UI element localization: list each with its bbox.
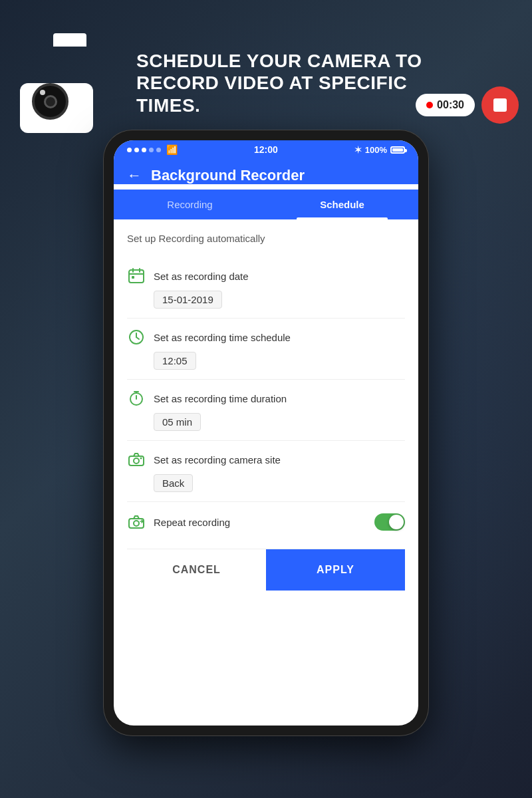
app-bar: ← Background Recorder — [114, 159, 418, 184]
setting-time-duration[interactable]: Set as recording time duration 05 min — [127, 380, 405, 441]
repeat-label: Repeat recording — [154, 517, 366, 528]
bluetooth-icon: ✶ — [354, 145, 362, 155]
camera-site-value: Back — [154, 474, 193, 492]
svg-point-14 — [140, 458, 142, 460]
time-schedule-value: 12:05 — [154, 352, 196, 370]
setting-recording-date[interactable]: Set as recording date 15-01-2019 — [127, 257, 405, 319]
record-button[interactable] — [481, 86, 519, 124]
status-right: ✶ 100% — [354, 145, 405, 155]
apply-button[interactable]: APPLY — [266, 549, 405, 591]
camera-illustration — [13, 27, 126, 140]
time-duration-label: Set as recording time duration — [154, 393, 287, 404]
tab-recording[interactable]: Recording — [114, 190, 266, 219]
stop-icon — [493, 98, 507, 112]
record-dot — [426, 102, 433, 108]
section-title: Set up Recording automatically — [127, 233, 405, 244]
camera-site-icon — [127, 450, 146, 469]
record-controls: 00:30 — [416, 86, 519, 124]
time-schedule-label: Set as recording time schedule — [154, 332, 291, 343]
setting-time-schedule[interactable]: Set as recording time schedule 12:05 — [127, 319, 405, 380]
repeat-toggle[interactable] — [374, 513, 405, 531]
tab-schedule[interactable]: Schedule — [266, 190, 418, 219]
calendar-icon — [127, 267, 146, 285]
content: Set up Recording automatically — [114, 219, 418, 591]
date-value: 15-01-2019 — [154, 291, 222, 309]
time-duration-value: 05 min — [154, 413, 201, 431]
setting-repeat-recording: Repeat recording — [127, 502, 405, 542]
svg-point-16 — [134, 521, 139, 526]
phone-screen: 📶 12:00 ✶ 100% ← Background Recorder — [114, 140, 418, 726]
toggle-knob — [389, 515, 404, 529]
timer-value: 00:30 — [437, 99, 464, 111]
signal-dot-2 — [134, 148, 139, 152]
cancel-button[interactable]: CANCEL — [127, 549, 266, 591]
status-bar: 📶 12:00 ✶ 100% — [114, 140, 418, 159]
battery-fill — [392, 148, 403, 152]
repeat-icon — [127, 513, 146, 531]
record-timer: 00:30 — [416, 94, 475, 116]
svg-point-13 — [134, 458, 139, 464]
battery-percent: 100% — [365, 145, 387, 155]
svg-rect-0 — [129, 270, 144, 283]
back-arrow[interactable]: ← — [127, 167, 142, 184]
tabs: Recording Schedule — [114, 190, 418, 219]
date-label: Set as recording date — [154, 271, 249, 282]
camera-site-label: Set as recording camera site — [154, 454, 281, 466]
signal-dot-5 — [156, 148, 161, 152]
signal-dot-4 — [149, 148, 154, 152]
signal-dot-3 — [142, 148, 146, 152]
phone: 📶 12:00 ✶ 100% ← Background Recorder — [103, 130, 429, 736]
battery-bar — [390, 146, 405, 154]
bottom-buttons: CANCEL APPLY — [127, 549, 405, 591]
svg-line-7 — [136, 337, 139, 339]
clock-icon — [127, 328, 146, 346]
status-left: 📶 — [127, 144, 178, 155]
svg-rect-4 — [132, 276, 134, 279]
signal-dot-1 — [127, 148, 132, 152]
wifi-icon: 📶 — [166, 144, 178, 155]
app-title: Background Recorder — [151, 167, 305, 184]
timer-icon — [127, 389, 146, 408]
phone-wrap: 📶 12:00 ✶ 100% ← Background Recorder — [103, 130, 429, 736]
setting-camera-site[interactable]: Set as recording camera site Back — [127, 441, 405, 502]
status-time: 12:00 — [254, 144, 278, 155]
header-area: SCHEDULE YOUR CAMERA TO RECORD VIDEO AT … — [0, 0, 532, 146]
